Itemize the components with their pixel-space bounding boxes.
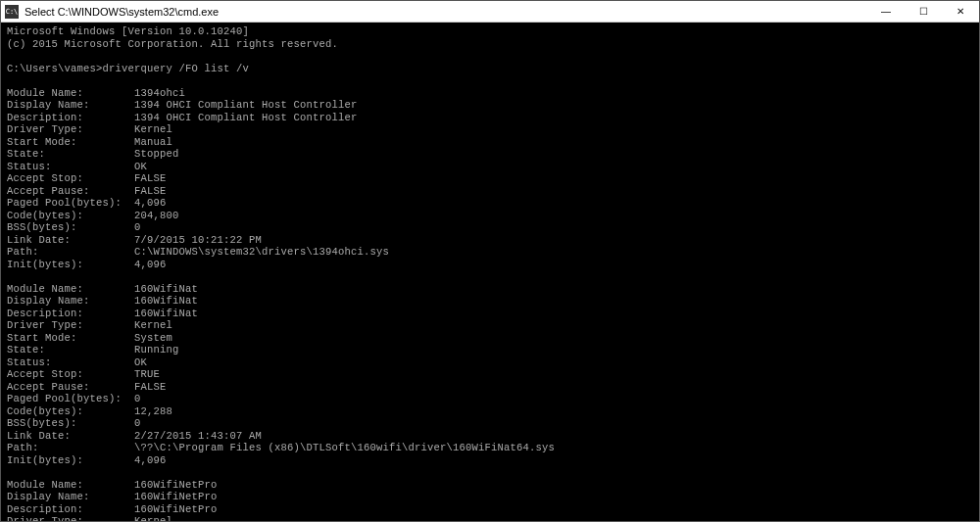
window-title: Select C:\WINDOWS\system32\cmd.exe bbox=[24, 6, 867, 18]
maximize-button[interactable]: ☐ bbox=[905, 1, 942, 22]
titlebar[interactable]: Select C:\WINDOWS\system32\cmd.exe — ☐ ✕ bbox=[1, 1, 979, 23]
cmd-window: Select C:\WINDOWS\system32\cmd.exe — ☐ ✕… bbox=[0, 0, 980, 522]
cmd-icon bbox=[5, 5, 19, 19]
terminal-output[interactable]: Microsoft Windows [Version 10.0.10240] (… bbox=[1, 23, 979, 521]
close-button[interactable]: ✕ bbox=[942, 1, 979, 22]
window-controls: — ☐ ✕ bbox=[867, 1, 979, 22]
minimize-button[interactable]: — bbox=[867, 1, 905, 22]
